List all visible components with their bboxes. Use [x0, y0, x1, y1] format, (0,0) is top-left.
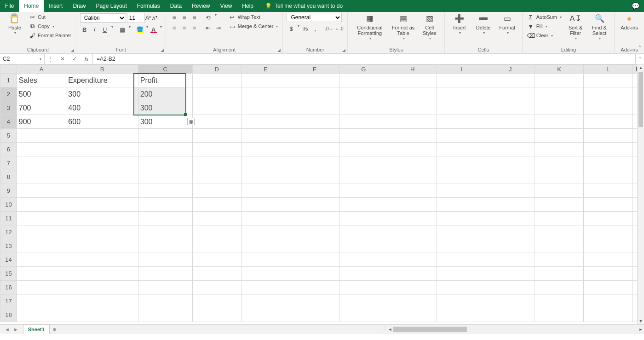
cell-K7[interactable]: [535, 156, 583, 170]
cell-H3[interactable]: [388, 101, 437, 115]
row-header-10[interactable]: 10: [0, 198, 17, 212]
cell-L2[interactable]: [584, 87, 632, 101]
cell-L6[interactable]: [584, 143, 632, 156]
row-header-16[interactable]: 16: [0, 281, 17, 294]
cell-J7[interactable]: [486, 156, 535, 170]
cell-K17[interactable]: [535, 294, 583, 308]
cancel-formula-icon[interactable]: ✕: [57, 56, 69, 62]
cell-J10[interactable]: [486, 198, 535, 212]
comments-icon[interactable]: 💬: [627, 0, 644, 12]
cell-L11[interactable]: [584, 212, 632, 225]
cell-J5[interactable]: [486, 129, 535, 143]
cell-B18[interactable]: [66, 308, 138, 322]
cell-B7[interactable]: [66, 156, 138, 170]
cell-A7[interactable]: [17, 156, 66, 170]
cell-D13[interactable]: [192, 239, 241, 253]
row-header-3[interactable]: 3: [0, 101, 17, 115]
increase-decimal-icon[interactable]: .0→: [324, 24, 334, 33]
cell-L8[interactable]: [584, 170, 632, 184]
cell-F12[interactable]: [290, 225, 339, 239]
cell-C9[interactable]: [138, 184, 192, 198]
autofill-options-button[interactable]: ▦: [187, 118, 195, 125]
col-header-H[interactable]: H: [388, 65, 437, 74]
fill-color-button[interactable]: 🪣: [135, 25, 144, 34]
conditional-formatting-button[interactable]: ▦Conditional Formatting▾: [351, 13, 388, 42]
cell-C15[interactable]: [138, 267, 192, 281]
cell-C10[interactable]: [138, 198, 192, 212]
cell-I18[interactable]: [437, 308, 486, 322]
cell-B4[interactable]: 600: [66, 115, 138, 129]
cell-E13[interactable]: [241, 239, 290, 253]
italic-button[interactable]: I: [90, 25, 99, 34]
col-header-G[interactable]: G: [339, 65, 388, 74]
cell-B14[interactable]: [66, 253, 138, 267]
font-color-button[interactable]: A: [149, 25, 158, 34]
cell-D10[interactable]: [192, 198, 241, 212]
cell-J12[interactable]: [486, 225, 535, 239]
cell-B11[interactable]: [66, 212, 138, 225]
tab-home[interactable]: Home: [19, 0, 44, 12]
cell-F1[interactable]: [290, 74, 339, 87]
cell-D5[interactable]: [192, 129, 241, 143]
col-header-J[interactable]: J: [486, 65, 535, 74]
formula-input[interactable]: =A2-B2: [93, 54, 635, 64]
sheet-nav-prev-icon[interactable]: ◄: [5, 327, 10, 332]
cell-A10[interactable]: [17, 198, 66, 212]
cell-B15[interactable]: [66, 267, 138, 281]
cell-J8[interactable]: [486, 170, 535, 184]
cell-B5[interactable]: [66, 129, 138, 143]
cell-D17[interactable]: [192, 294, 241, 308]
cell-A17[interactable]: [17, 294, 66, 308]
number-format-select[interactable]: General: [287, 13, 342, 22]
cell-H7[interactable]: [388, 156, 437, 170]
tab-help[interactable]: Help: [237, 0, 259, 12]
cell-L4[interactable]: [584, 115, 632, 129]
cell-E12[interactable]: [241, 225, 290, 239]
scroll-left-icon[interactable]: ◄: [387, 327, 393, 332]
clear-button[interactable]: ⌫Clear▾: [526, 31, 563, 40]
col-header-D[interactable]: D: [192, 65, 241, 74]
cell-C8[interactable]: [138, 170, 192, 184]
cell-J6[interactable]: [486, 143, 535, 156]
cell-F7[interactable]: [290, 156, 339, 170]
align-top-icon[interactable]: ≡: [170, 13, 179, 22]
align-center-icon[interactable]: ≡: [180, 23, 189, 32]
cell-K8[interactable]: [535, 170, 583, 184]
cell-G8[interactable]: [339, 170, 388, 184]
cell-G5[interactable]: [339, 129, 388, 143]
cell-K5[interactable]: [535, 129, 583, 143]
select-all-corner[interactable]: [0, 65, 17, 74]
cell-J9[interactable]: [486, 184, 535, 198]
cell-A16[interactable]: [17, 281, 66, 294]
cell-A13[interactable]: [17, 239, 66, 253]
cell-F2[interactable]: [290, 87, 339, 101]
orientation-icon[interactable]: ⟲: [204, 13, 213, 22]
increase-font-icon[interactable]: A▴: [145, 14, 151, 21]
cell-G18[interactable]: [339, 308, 388, 322]
format-as-table-button[interactable]: ▤Format as Table▾: [390, 13, 416, 42]
font-size-input[interactable]: [127, 13, 144, 23]
cell-A4[interactable]: 900: [17, 115, 66, 129]
comma-format-icon[interactable]: ,: [310, 24, 320, 33]
align-left-icon[interactable]: ≡: [170, 23, 179, 32]
row-header-9[interactable]: 9: [0, 184, 17, 198]
cell-F4[interactable]: [290, 115, 339, 129]
tab-formulas[interactable]: Formulas: [132, 0, 165, 12]
cell-H5[interactable]: [388, 129, 437, 143]
insert-cells-button[interactable]: ➕Insert▾: [448, 13, 471, 36]
cell-E2[interactable]: [241, 87, 290, 101]
cell-L7[interactable]: [584, 156, 632, 170]
cell-C1[interactable]: Profit: [138, 74, 192, 87]
cell-C5[interactable]: [138, 129, 192, 143]
cell-B1[interactable]: Expenditure: [66, 74, 138, 87]
delete-cells-button[interactable]: ➖Delete▾: [472, 13, 494, 36]
scroll-up-icon[interactable]: ▲: [638, 64, 644, 71]
cell-L18[interactable]: [584, 308, 632, 322]
tab-data[interactable]: Data: [165, 0, 187, 12]
cell-F13[interactable]: [290, 239, 339, 253]
cell-I3[interactable]: [437, 101, 486, 115]
cell-G2[interactable]: [339, 87, 388, 101]
align-middle-icon[interactable]: ≡: [180, 13, 189, 22]
addins-button[interactable]: ●Add-ins: [618, 13, 640, 31]
cell-A2[interactable]: 500: [17, 87, 66, 101]
